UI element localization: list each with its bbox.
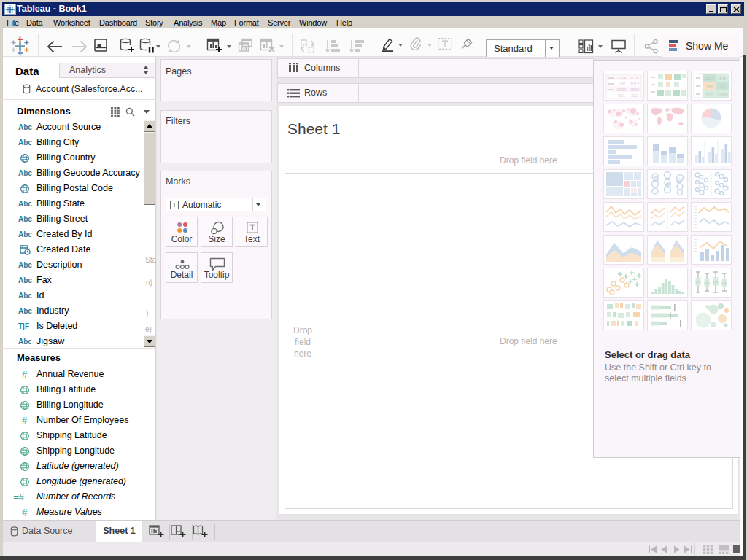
svg-text:2020: 2020 (705, 93, 713, 97)
svg-text:311: 311 (720, 85, 726, 89)
svg-text:1234: 1234 (616, 76, 627, 80)
svg-text:1234: 1234 (705, 77, 713, 81)
svg-text:322: 322 (631, 93, 639, 98)
svg-text:678: 678 (631, 76, 639, 80)
svg-text:301: 301 (618, 93, 626, 98)
svg-text:2550: 2550 (630, 88, 640, 92)
svg-text:168: 168 (706, 85, 713, 89)
svg-text:168: 168 (618, 82, 626, 86)
svg-text:63890: 63890 (718, 93, 728, 97)
svg-text:3013: 3013 (630, 82, 640, 86)
svg-text:2020: 2020 (616, 88, 627, 92)
svg-text:546: 546 (719, 77, 726, 81)
